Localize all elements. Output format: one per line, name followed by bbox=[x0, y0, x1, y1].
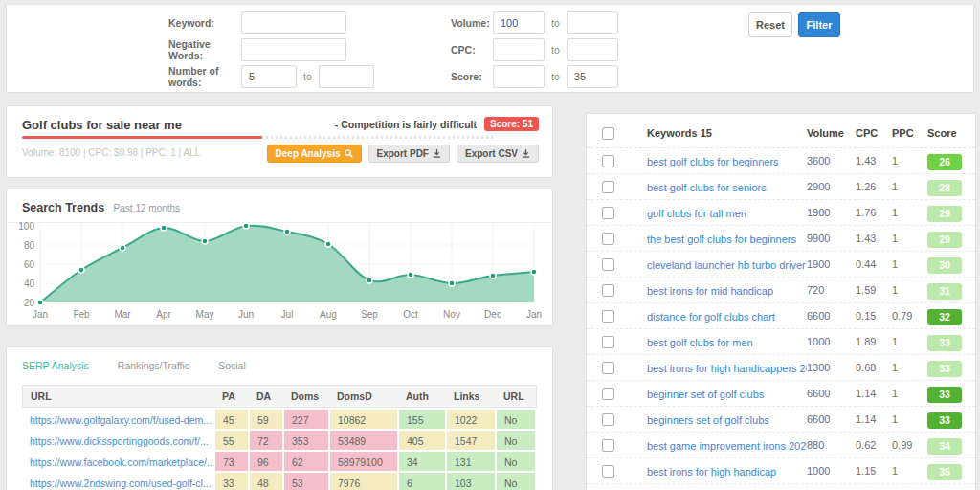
keyword-score-badge: 30 bbox=[927, 257, 962, 274]
score-from-input[interactable] bbox=[493, 65, 545, 88]
keyword-link[interactable]: beginner set of golf clubs bbox=[647, 389, 764, 400]
keyword-link[interactable]: beginners set of golf clubs bbox=[647, 414, 769, 426]
serp-metric-cell: 53489 bbox=[330, 429, 399, 450]
keyword-ppc: 1 bbox=[892, 181, 927, 192]
serp-url-link[interactable]: https://www.dickssportinggoods.com/f/... bbox=[30, 435, 209, 447]
svg-text:Apr: Apr bbox=[156, 309, 171, 320]
keyword-cpc: 1.26 bbox=[856, 181, 892, 192]
row-checkbox[interactable] bbox=[602, 413, 614, 426]
serp-metric-cell: 96 bbox=[250, 450, 284, 471]
row-checkbox[interactable] bbox=[602, 310, 614, 323]
row-checkbox[interactable] bbox=[602, 258, 614, 271]
keyword-link[interactable]: the best golf clubs for beginners bbox=[647, 234, 796, 245]
volume-to-input[interactable] bbox=[567, 11, 618, 34]
keyword-link[interactable]: best irons for mid handicap bbox=[647, 285, 773, 297]
score-label: Score: bbox=[451, 71, 493, 82]
export-pdf-button[interactable]: Export PDF bbox=[368, 145, 450, 163]
row-checkbox[interactable] bbox=[602, 155, 614, 167]
row-checkbox[interactable] bbox=[602, 388, 614, 400]
row-checkbox[interactable] bbox=[602, 181, 614, 193]
export-csv-label: Export CSV bbox=[465, 148, 518, 159]
row-checkbox[interactable] bbox=[602, 207, 614, 219]
row-checkbox[interactable] bbox=[602, 336, 614, 348]
keyword-volume: 6600 bbox=[807, 310, 856, 322]
svg-text:Aug: Aug bbox=[320, 309, 337, 320]
number-of-words-from-input[interactable] bbox=[241, 65, 297, 88]
deep-analysis-label: Deep Analysis bbox=[276, 148, 341, 159]
row-checkbox[interactable] bbox=[602, 465, 614, 478]
serp-url-link[interactable]: https://www.facebook.com/marketplace/... bbox=[30, 457, 215, 468]
serp-col-url: URL bbox=[23, 386, 214, 407]
keyword-cpc: 0.62 bbox=[856, 439, 892, 451]
svg-text:Sep: Sep bbox=[361, 309, 378, 320]
score-to-input[interactable] bbox=[567, 65, 618, 88]
keyword-row: best game improvement irons 20208800.620… bbox=[587, 433, 975, 458]
row-checkbox[interactable] bbox=[602, 233, 614, 245]
volume-label: Volume: bbox=[451, 17, 493, 29]
keyword-link[interactable]: best golf clubs for beginners bbox=[647, 156, 779, 167]
serp-url-link[interactable]: https://www.2ndswing.com/used-golf-cl... bbox=[30, 478, 212, 489]
cpc-to-input[interactable] bbox=[567, 38, 618, 61]
tab-rankings-traffic[interactable]: Rankings/Traffic bbox=[118, 360, 189, 371]
keyword-link[interactable]: best game improvement irons 2020 bbox=[647, 440, 807, 452]
tab-serp-analysis[interactable]: SERP Analysis bbox=[22, 360, 89, 371]
number-of-words-to-input[interactable] bbox=[319, 65, 374, 88]
keywords-panel: Keywords 15 Volume CPC PPC Score best go… bbox=[586, 113, 976, 490]
keyword-volume: 9900 bbox=[807, 233, 856, 244]
keyword-ppc: 1 bbox=[892, 284, 927, 296]
keyword-link[interactable]: best golf clubs for men bbox=[647, 337, 753, 348]
row-checkbox[interactable] bbox=[602, 362, 614, 374]
keyword-link[interactable]: best irons for high handicappers 2021 bbox=[647, 363, 807, 374]
row-checkbox[interactable] bbox=[602, 439, 614, 452]
deep-analysis-button[interactable]: Deep Analysis bbox=[267, 145, 362, 163]
keyword-score-badge: 34 bbox=[927, 438, 962, 455]
keyword-score-badge: 29 bbox=[927, 232, 962, 248]
keyword-link[interactable]: best irons for high handicap bbox=[647, 466, 776, 478]
negative-words-input[interactable] bbox=[241, 38, 346, 61]
keyword-link[interactable]: best golf clubs for seniors bbox=[647, 182, 767, 193]
serp-metric-cell: 10862 bbox=[330, 408, 399, 429]
keyword-row: best golf clubs for seniors29001.26128 bbox=[587, 174, 975, 200]
reset-button[interactable]: Reset bbox=[748, 12, 792, 37]
row-checkbox[interactable] bbox=[602, 284, 614, 297]
svg-text:Dec: Dec bbox=[484, 309, 501, 320]
keyword-overview-panel: Golf clubs for sale near me - Competitio… bbox=[6, 105, 553, 178]
serp-metric-cell: 58979100 bbox=[330, 450, 399, 471]
keyword-cpc: 0.44 bbox=[856, 258, 892, 270]
keyword-row: best irons for mid handicap7201.59131 bbox=[587, 278, 975, 303]
serp-col-url2: URL bbox=[496, 386, 536, 407]
keyword-score-badge: 33 bbox=[927, 335, 962, 351]
serp-metric-cell: 1547 bbox=[447, 429, 497, 450]
ppc-header: PPC bbox=[892, 127, 927, 139]
filter-button[interactable]: Filter bbox=[798, 12, 840, 37]
select-all-checkbox[interactable] bbox=[602, 127, 614, 140]
keyword-ppc: 1 bbox=[892, 388, 927, 399]
keyword-volume: 6600 bbox=[807, 388, 856, 399]
export-csv-button[interactable]: Export CSV bbox=[457, 145, 539, 163]
serp-col-pa: PA bbox=[214, 386, 249, 407]
download-icon bbox=[433, 149, 441, 158]
serp-table-header: URL PA DA Doms DomsD Auth Links URL bbox=[22, 385, 537, 408]
keyword-input[interactable] bbox=[241, 11, 346, 34]
keyword-link[interactable]: golf clubs for tall men bbox=[647, 208, 746, 219]
keyword-link[interactable]: distance for golf clubs chart bbox=[647, 311, 775, 323]
search-trends-title: Search Trends bbox=[22, 201, 104, 214]
cpc-from-input[interactable] bbox=[493, 38, 545, 61]
serp-metric-cell: 103 bbox=[447, 471, 497, 490]
keyword-ppc: 1 bbox=[892, 258, 927, 270]
search-icon bbox=[345, 149, 353, 158]
search-trends-panel: Search Trends Past 12 months 20406080100… bbox=[6, 189, 553, 326]
serp-metric-cell: 55 bbox=[215, 429, 250, 450]
serp-metric-cell: 405 bbox=[399, 429, 447, 450]
keywords-table-header: Keywords 15 Volume CPC PPC Score bbox=[587, 119, 975, 148]
download-icon bbox=[522, 149, 530, 158]
keyword-link[interactable]: cleveland launcher hb turbo driver bbox=[647, 259, 806, 271]
keywords-table-body: best golf clubs for beginners36001.43126… bbox=[587, 148, 975, 490]
serp-url-link[interactable]: https://www.golfgalaxy.com/f/used-dem... bbox=[30, 414, 212, 426]
svg-text:Feb: Feb bbox=[73, 309, 90, 320]
serp-col-domsd: DomsD bbox=[329, 386, 398, 407]
tab-social[interactable]: Social bbox=[218, 360, 246, 371]
keyword-ppc: 0.99 bbox=[892, 439, 927, 451]
volume-from-input[interactable] bbox=[493, 11, 545, 34]
keyword-cpc: 0.15 bbox=[856, 310, 892, 322]
